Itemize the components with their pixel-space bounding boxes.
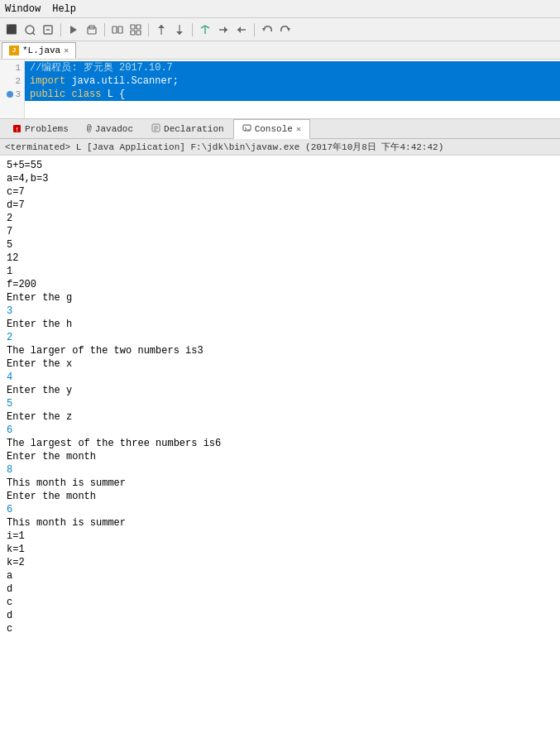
console-line-16: 4	[7, 371, 553, 384]
editor-container: 1 2 3 //编程员: 罗元奥 2017.10.7 import java.u…	[0, 60, 560, 119]
editor-tab-ljava[interactable]: J *L.java ✕	[2, 42, 76, 59]
console-line-25: Enter the month	[7, 490, 553, 503]
editor-line-3: public class L {	[25, 88, 560, 101]
tab-problems-label: Problems	[25, 124, 69, 134]
console-line-26: 6	[7, 503, 553, 516]
svg-marker-19	[224, 26, 227, 33]
console-line-0: 5+5=55	[7, 159, 553, 172]
svg-rect-7	[112, 26, 117, 33]
console-line-4: 2	[7, 212, 553, 225]
tab-console-label: Console	[255, 124, 293, 134]
declaration-icon	[151, 123, 160, 135]
toolbar-btn-10[interactable]	[197, 22, 213, 38]
toolbar-btn-1[interactable]: ⬛	[3, 22, 20, 38]
console-line-10: Enter the g	[7, 291, 553, 304]
toolbar-btn-5[interactable]	[84, 22, 100, 38]
main-area: J *L.java ✕ 1 2 3 //编程员: 罗元奥 2017.10.7	[0, 41, 560, 743]
java-file-icon: J	[9, 46, 19, 55]
import-text: import java.util.Scanner;	[30, 75, 179, 87]
console-line-19: Enter the z	[7, 410, 553, 424]
toolbar-btn-2[interactable]	[22, 22, 38, 38]
tab-declaration-label: Declaration	[164, 124, 224, 134]
editor-tab-close[interactable]: ✕	[64, 46, 69, 55]
console-line-31: a	[7, 569, 553, 582]
console-line-32: d	[7, 582, 553, 596]
editor-line-1: //编程员: 罗元奥 2017.10.7	[25, 61, 560, 74]
svg-marker-22	[262, 28, 266, 31]
line-num-1: 1	[0, 61, 21, 74]
menu-bar: Window Help	[0, 0, 560, 18]
tab-javadoc-label: Javadoc	[95, 124, 133, 134]
import-class: java.util.Scanner;	[71, 75, 179, 87]
panel-section: ! Problems @ Javadoc Declaration	[0, 119, 560, 743]
separator-2	[104, 23, 105, 36]
console-line-14: The larger of the two numbers is3	[7, 344, 553, 357]
menu-window[interactable]: Window	[5, 3, 41, 15]
svg-rect-8	[118, 26, 122, 33]
toolbar-btn-redo[interactable]	[277, 22, 294, 38]
tab-declaration[interactable]: Declaration	[142, 119, 233, 139]
console-line-28: i=1	[7, 530, 553, 543]
class-text: public class L {	[30, 89, 125, 100]
console-line-1: a=4,b=3	[7, 172, 553, 185]
toolbar-btn-11[interactable]	[215, 22, 232, 38]
line-num-2: 2	[0, 74, 21, 88]
console-line-11: 3	[7, 304, 553, 318]
javadoc-icon: @	[87, 124, 92, 133]
editor-content[interactable]: //编程员: 罗元奥 2017.10.7 import java.util.Sc…	[25, 60, 560, 118]
toolbar-btn-7[interactable]	[127, 22, 144, 38]
console-line-20: 6	[7, 424, 553, 437]
console-line-9: f=200	[7, 278, 553, 291]
console-tab-close[interactable]: ✕	[296, 124, 301, 134]
editor-section: J *L.java ✕ 1 2 3 //编程员: 罗元奥 2017.10.7	[0, 41, 560, 119]
class-name: L {	[108, 89, 126, 100]
console-line-24: This month is summer	[7, 477, 553, 490]
panel-tab-bar: ! Problems @ Javadoc Declaration	[0, 119, 560, 139]
toolbar-btn-3[interactable]	[40, 22, 56, 38]
line-3-gutter: 3	[0, 88, 21, 101]
svg-marker-21	[237, 26, 241, 33]
console-line-18: 5	[7, 397, 553, 410]
console-line-7: 12	[7, 252, 553, 265]
console-line-6: 5	[7, 238, 553, 252]
editor-gutter: 1 2 3	[0, 60, 25, 118]
console-line-22: Enter the month	[7, 450, 553, 463]
console-header-text: <terminated> L [Java Application] F:\jdk…	[5, 141, 443, 153]
console-line-27: This month is summer	[7, 516, 553, 530]
toolbar-btn-9[interactable]	[171, 22, 188, 38]
console-line-34: d	[7, 609, 553, 622]
svg-marker-4	[70, 26, 77, 34]
svg-rect-9	[131, 25, 135, 29]
console-icon	[242, 123, 251, 135]
console-line-23: 8	[7, 463, 553, 477]
svg-rect-10	[136, 25, 141, 29]
tab-problems[interactable]: ! Problems	[3, 119, 78, 139]
console-line-17: Enter the y	[7, 384, 553, 397]
console-line-3: d=7	[7, 199, 553, 212]
toolbar-btn-8[interactable]	[153, 22, 170, 38]
svg-text:!: !	[15, 127, 18, 133]
toolbar-btn-undo[interactable]	[259, 22, 275, 38]
tab-javadoc[interactable]: @ Javadoc	[78, 119, 142, 139]
console-content[interactable]: 5+5=55 a=4,b=3 c=7 d=7 2 7 5 12 1 f=200 …	[0, 156, 560, 743]
separator-5	[254, 23, 255, 36]
editor-tab-label: *L.java	[22, 46, 60, 55]
problems-icon: !	[12, 124, 22, 133]
tab-console[interactable]: Console ✕	[233, 119, 310, 139]
svg-marker-23	[287, 28, 290, 31]
keyword-public: public	[30, 89, 71, 100]
toolbar-btn-6[interactable]	[109, 22, 126, 38]
console-line-29: k=1	[7, 543, 553, 556]
console-line-35: c	[7, 622, 553, 635]
console-line-13: 2	[7, 331, 553, 344]
console-line-8: 1	[7, 265, 553, 278]
console-line-5: 7	[7, 225, 553, 238]
toolbar-btn-12[interactable]	[233, 22, 250, 38]
keyword-import: import	[30, 75, 65, 87]
separator-4	[192, 23, 193, 36]
separator-3	[148, 23, 149, 36]
svg-marker-14	[158, 25, 165, 28]
breakpoint-dot	[7, 91, 13, 98]
menu-help[interactable]: Help	[52, 3, 76, 15]
toolbar-btn-4[interactable]	[65, 22, 82, 38]
